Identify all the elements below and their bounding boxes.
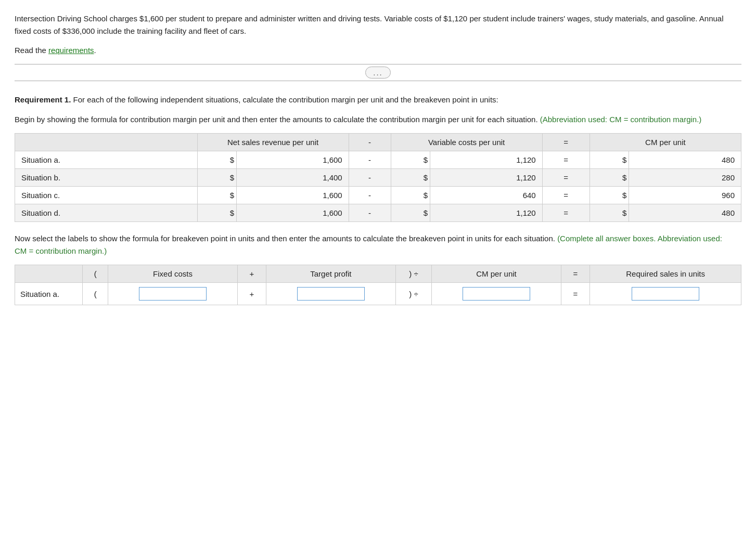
be-col-target-profit-label: Target profit	[266, 265, 395, 283]
breakeven-table: ( Fixed costs + Target profit ) ÷ CM per…	[15, 265, 741, 305]
cm-sales-value-1: 1,400	[236, 169, 349, 187]
table-row: Situation a. ( + ) ÷ =	[15, 283, 741, 305]
cm-col-empty	[15, 134, 198, 151]
be-target-profit-input-a[interactable]	[297, 287, 365, 301]
table-row: Situation c. $ 1,600 - $ 640 = $ 960	[15, 187, 741, 204]
cm-vc-dollar-1: $	[391, 169, 430, 187]
breakeven-instruction: Now select the labels to show the formul…	[15, 232, 733, 257]
cm-vc-value-1: 1,120	[430, 169, 543, 187]
cm-vc-value-2: 640	[430, 187, 543, 204]
cm-sales-value-0: 1,600	[236, 151, 349, 169]
cm-sales-value-3: 1,600	[236, 204, 349, 222]
be-open-paren-a: (	[83, 283, 108, 305]
cm-eq-0: =	[542, 151, 590, 169]
cm-sales-value-2: 1,600	[236, 187, 349, 204]
be-cm-per-unit-input-cell-a[interactable]	[432, 283, 561, 305]
cm-minus-2: -	[349, 187, 391, 204]
cm-col-minus: -	[349, 134, 391, 151]
cm-cm-value-1: 280	[629, 169, 741, 187]
cm-eq-1: =	[542, 169, 590, 187]
be-col-cm-per-unit-label: CM per unit	[432, 265, 561, 283]
be-col-fixed-costs-label: Fixed costs	[108, 265, 237, 283]
cm-vc-dollar-2: $	[391, 187, 430, 204]
be-col-open-paren: (	[83, 265, 108, 283]
be-fixed-costs-input-cell-a[interactable]	[108, 283, 237, 305]
cm-situation-label-1: Situation b.	[15, 169, 198, 187]
cm-formula-instruction: Begin by showing the formula for contrib…	[15, 113, 733, 126]
cm-cm-dollar-1: $	[590, 169, 629, 187]
be-equals-a: =	[561, 283, 590, 305]
be-required-sales-input-a[interactable]	[632, 287, 699, 301]
cm-per-unit-table: Net sales revenue per unit - Variable co…	[15, 133, 741, 222]
be-col-required-sales-label: Required sales in units	[590, 265, 741, 283]
cm-col-net-sales: Net sales revenue per unit	[197, 134, 349, 151]
intro-text: Intersection Driving School charges $1,6…	[15, 12, 733, 37]
be-col-close-paren-div: ) ÷	[395, 265, 432, 283]
cm-vc-dollar-0: $	[391, 151, 430, 169]
cm-cm-dollar-0: $	[590, 151, 629, 169]
read-requirements: Read the requirements.	[15, 46, 741, 55]
be-col-plus: +	[237, 265, 266, 283]
be-col-equals: =	[561, 265, 590, 283]
cm-situation-label-0: Situation a.	[15, 151, 198, 169]
cm-cm-dollar-2: $	[590, 187, 629, 204]
cm-sales-dollar-1: $	[197, 169, 236, 187]
cm-minus-0: -	[349, 151, 391, 169]
be-required-sales-input-cell-a[interactable]	[590, 283, 741, 305]
be-cm-per-unit-input-a[interactable]	[463, 287, 530, 301]
cm-eq-2: =	[542, 187, 590, 204]
cm-cm-value-3: 480	[629, 204, 741, 222]
cm-col-equals: =	[542, 134, 590, 151]
requirement-title: Requirement 1. For each of the following…	[15, 94, 733, 106]
cm-sales-dollar-0: $	[197, 151, 236, 169]
table-row: Situation d. $ 1,600 - $ 1,120 = $ 480	[15, 204, 741, 222]
be-target-profit-input-cell-a[interactable]	[266, 283, 395, 305]
be-fixed-costs-input-a[interactable]	[139, 287, 207, 301]
divider-row: ...	[15, 64, 741, 81]
cm-situation-label-3: Situation d.	[15, 204, 198, 222]
cm-col-variable-costs: Variable costs per unit	[391, 134, 542, 151]
cm-vc-value-0: 1,120	[430, 151, 543, 169]
table-row: Situation b. $ 1,400 - $ 1,120 = $ 280	[15, 169, 741, 187]
be-situation-a-label: Situation a.	[15, 283, 83, 305]
be-close-paren-div-a: ) ÷	[395, 283, 432, 305]
be-col-empty	[15, 265, 83, 283]
requirements-link[interactable]: requirements	[48, 46, 94, 55]
cm-col-cm-per-unit: CM per unit	[590, 134, 741, 151]
table-row: Situation a. $ 1,600 - $ 1,120 = $ 480	[15, 151, 741, 169]
cm-eq-3: =	[542, 204, 590, 222]
cm-sales-dollar-2: $	[197, 187, 236, 204]
cm-cm-value-2: 960	[629, 187, 741, 204]
cm-vc-value-3: 1,120	[430, 204, 543, 222]
cm-cm-dollar-3: $	[590, 204, 629, 222]
ellipsis-button[interactable]: ...	[365, 67, 391, 79]
cm-vc-dollar-3: $	[391, 204, 430, 222]
cm-minus-1: -	[349, 169, 391, 187]
cm-situation-label-2: Situation c.	[15, 187, 198, 204]
cm-cm-value-0: 480	[629, 151, 741, 169]
be-plus-a: +	[237, 283, 266, 305]
cm-minus-3: -	[349, 204, 391, 222]
cm-sales-dollar-3: $	[197, 204, 236, 222]
